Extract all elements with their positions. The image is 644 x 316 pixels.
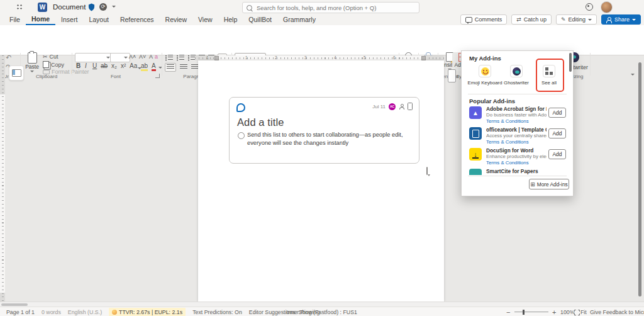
addin-title: officeatwork | Template Chooser ... — [486, 127, 547, 133]
catch-up-button[interactable]: ⇄ Catch up — [511, 14, 552, 25]
tab-insert[interactable]: Insert — [55, 14, 83, 25]
tile-label: See all — [531, 80, 567, 86]
loop-component-icon — [236, 103, 245, 112]
tile-ghostwriter[interactable]: Ghostwriter — [499, 65, 534, 86]
loop-component-card[interactable]: Jul 11 AC Add a title Send this list to … — [229, 97, 419, 164]
terms-link[interactable]: Terms & Conditions — [486, 139, 529, 145]
comments-button[interactable]: Comments — [460, 14, 508, 25]
language-status[interactable]: English (U.S.) — [68, 309, 102, 315]
search-input[interactable] — [255, 4, 415, 12]
addin-description: Access your centrally shared template... — [486, 133, 547, 138]
tile-label: Ghostwriter — [499, 80, 534, 86]
feedback-link[interactable]: Give Feedback to Microsoft — [590, 309, 644, 315]
emoji-indicator-icon — [112, 310, 117, 315]
fit-page-icon[interactable] — [574, 310, 580, 315]
my-add-ins-header: My Add-ins — [469, 55, 501, 62]
perf-metrics-chip: TTVR: 2.67s | EUPL: 2.1s — [109, 308, 186, 316]
officeatwork-icon — [469, 127, 482, 140]
tab-review[interactable]: Review — [160, 14, 192, 25]
word-logo-icon[interactable]: W — [38, 3, 47, 12]
horizontal-ruler: 1 1 2 3 4 5 6 7 — [195, 55, 444, 60]
terms-link[interactable]: Terms & Conditions — [486, 160, 529, 166]
page-count[interactable]: Page 1 of 1 — [6, 309, 35, 315]
right-indent-marker[interactable] — [421, 56, 426, 60]
navigation-pane-toggle-button[interactable] — [9, 65, 24, 81]
tab-home[interactable]: Home — [26, 14, 55, 25]
vertical-scrollbar[interactable] — [638, 62, 641, 296]
chevron-down-icon — [632, 19, 636, 21]
ghostwriter-icon — [513, 67, 521, 76]
addin-title: DocuSign for Word — [486, 147, 547, 154]
tab-file[interactable]: File — [4, 14, 26, 25]
tile-label: Emoji Keyboard — [467, 80, 502, 86]
comments-label: Comments — [475, 16, 502, 23]
word-app-window: W Document ⟳ File Home Insert Layout Ref… — [0, 0, 644, 316]
tab-references[interactable]: References — [114, 14, 160, 25]
text-predictions-status[interactable]: Text Predictions: On — [192, 309, 242, 315]
zoom-out-button[interactable]: − — [506, 308, 510, 316]
word-count[interactable]: 0 words — [42, 309, 61, 315]
card-body-text[interactable]: Send this list to others to start collab… — [247, 131, 409, 147]
add-button[interactable]: Add — [548, 108, 566, 118]
margin-comment-icon[interactable] — [426, 167, 428, 175]
vertical-ruler — [0, 55, 5, 302]
app-launcher-waffle-icon[interactable] — [16, 4, 23, 12]
horizontal-scrollbar-thumb[interactable] — [1, 303, 28, 306]
zoom-slider-thumb[interactable] — [523, 310, 525, 315]
left-indent-marker[interactable] — [214, 56, 219, 60]
popular-add-ins-header: Popular Add-ins — [469, 98, 515, 104]
status-bar: Page 1 of 1 0 words English (U.S.) TTVR:… — [0, 307, 644, 316]
addin-row-adobe: ▲ Adobe Acrobat Sign for Microsof... Do … — [462, 106, 573, 127]
editing-mode-dropdown[interactable]: ✎ Editing — [556, 14, 597, 25]
card-title[interactable]: Add a title — [237, 116, 284, 128]
share-people-icon[interactable] — [399, 104, 404, 110]
perf-metrics-text: TTVR: 2.67s | EUPL: 2.1s — [119, 309, 182, 315]
document-page[interactable]: Jul 11 AC Add a title Send this list to … — [198, 60, 444, 302]
share-button[interactable]: Share — [601, 14, 641, 25]
sensitivity-shield-icon[interactable] — [88, 3, 95, 11]
zoom-level[interactable]: 100% — [560, 309, 575, 315]
tab-help[interactable]: Help — [218, 14, 243, 25]
comment-icon — [465, 17, 472, 23]
catch-up-icon: ⇄ — [516, 17, 521, 23]
document-title[interactable]: Document — [53, 3, 86, 11]
ruler-number: 3 — [304, 55, 307, 60]
share-person-icon — [606, 17, 612, 22]
tab-grammarly[interactable]: Grammarly — [277, 14, 321, 25]
card-date: Jul 11 — [372, 104, 386, 110]
addin-description: Enhance productivity by electronically .… — [486, 154, 547, 159]
vertical-scrollbar-thumb[interactable] — [638, 62, 641, 296]
menu-bar: File Home Insert Layout References Revie… — [0, 14, 644, 25]
tab-layout[interactable]: Layout — [83, 14, 114, 25]
checklist-radio[interactable] — [238, 132, 245, 139]
tile-emoji-keyboard[interactable]: Emoji Keyboard — [467, 65, 502, 86]
mobile-phone-icon[interactable] — [408, 103, 413, 110]
addin-title: SmartCite for Papers — [486, 168, 547, 174]
addin-title: Adobe Acrobat Sign for Microsof... — [486, 106, 547, 112]
sync-status-icon[interactable]: ⟳ — [99, 3, 107, 11]
search-bar[interactable] — [242, 2, 419, 13]
pencil-icon: ✎ — [561, 17, 566, 23]
card-avatar[interactable]: AC — [389, 103, 396, 110]
fit-label[interactable]: Fit — [580, 309, 587, 315]
adobe-acrobat-sign-icon: ▲ — [469, 106, 482, 119]
zoom-slider[interactable] — [514, 312, 548, 312]
settings-gear-icon[interactable] — [586, 3, 593, 11]
see-all-grid-icon — [545, 67, 553, 75]
zoom-in-button[interactable]: + — [552, 308, 556, 316]
catch-up-label: Catch up — [524, 16, 547, 23]
tab-view[interactable]: View — [192, 14, 218, 25]
margin-marker[interactable] — [448, 69, 456, 82]
more-add-ins-button[interactable]: ⊞ More Add-ins — [529, 179, 569, 189]
addin-row-officeatwork: officeatwork | Template Chooser ... Acce… — [462, 127, 573, 147]
add-button[interactable]: Add — [548, 128, 566, 138]
add-ins-dropdown-panel: My Add-ins Emoji Keyboard Ghostwriter Se… — [461, 50, 574, 196]
panel-scrollbar-thumb[interactable] — [569, 53, 572, 72]
addin-row-smartcite: SmartCite for Papers — [462, 168, 573, 176]
title-chevron-down-icon[interactable] — [112, 6, 116, 8]
account-avatar[interactable] — [601, 1, 613, 13]
tile-see-all[interactable]: See all — [531, 65, 567, 86]
terms-link[interactable]: Terms & Conditions — [486, 118, 529, 124]
tab-quillbot[interactable]: QuillBot — [243, 14, 277, 25]
add-button[interactable]: Add — [548, 149, 566, 159]
